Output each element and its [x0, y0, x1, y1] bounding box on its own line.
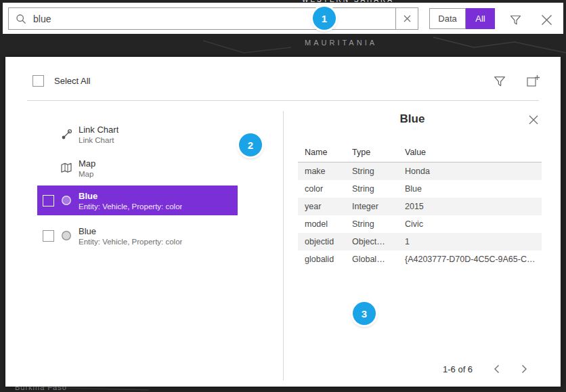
scope-all-button[interactable]: All: [466, 8, 495, 29]
cell-name: make: [305, 167, 352, 176]
table-row: globalid Global… {A4203777-D70D-4C5C-9A6…: [298, 251, 542, 268]
search-filter-button[interactable]: [508, 12, 523, 27]
list-detail-divider: [283, 111, 284, 380]
chevron-right-icon: [521, 364, 527, 374]
pagination-label: 1-6 of 6: [443, 364, 473, 374]
map-icon: [56, 162, 77, 174]
cell-value: {A4203777-D70D-4C5C-9A65-C…: [405, 255, 542, 264]
table-row: color String Blue: [298, 180, 542, 198]
cell-type: String: [352, 167, 405, 176]
result-item-link-chart[interactable]: Link Chart Link Chart: [37, 119, 238, 149]
search-box: [8, 7, 418, 30]
result-item-blue-selected[interactable]: Blue Entity: Vehicle, Property: color: [37, 186, 238, 215]
scope-data-button[interactable]: Data: [429, 8, 466, 29]
result-item-map[interactable]: Map Map: [37, 153, 238, 183]
select-all-checkbox[interactable]: [32, 75, 44, 87]
result-item-blue[interactable]: Blue Entity: Vehicle, Property: color: [37, 221, 238, 251]
table-row: make String Honda: [298, 162, 542, 180]
map-label-mauritania: MAURITANIA: [305, 39, 377, 47]
cell-name: color: [305, 184, 352, 194]
select-all-label: Select All: [54, 76, 90, 86]
cell-value: 2015: [405, 202, 542, 211]
result-title: Blue: [79, 226, 182, 236]
checkbox-slot: [37, 230, 56, 242]
search-input[interactable]: [33, 8, 395, 29]
page-next-button[interactable]: [515, 360, 533, 378]
result-subtitle: Link Chart: [79, 136, 118, 144]
result-checkbox[interactable]: [43, 230, 54, 242]
callout-badge-3: 3: [353, 302, 376, 325]
cell-value: Honda: [405, 167, 542, 176]
cell-name: year: [305, 202, 352, 211]
table-header-row: Name Type Value: [298, 142, 542, 162]
add-to-selection-button[interactable]: [524, 72, 542, 89]
column-header-name: Name: [305, 148, 352, 157]
filter-icon: [494, 75, 506, 87]
page-prev-button[interactable]: [487, 360, 505, 378]
clear-search-button[interactable]: [395, 8, 418, 29]
callout-badge-2: 2: [239, 133, 262, 156]
result-subtitle: Map: [79, 170, 95, 178]
detail-close-button[interactable]: [526, 112, 541, 127]
filter-icon: [510, 14, 521, 26]
table-row: model String Civic: [298, 215, 542, 233]
detail-title: Blue: [283, 112, 542, 126]
column-header-value: Value: [405, 148, 542, 157]
result-title: Blue: [79, 191, 182, 201]
cell-type: String: [352, 219, 405, 229]
property-table: Name Type Value make String Honda color …: [298, 142, 542, 268]
cell-name: globalid: [305, 255, 352, 264]
cell-type: Global…: [352, 255, 405, 264]
clear-icon: [404, 15, 411, 22]
result-subtitle: Entity: Vehicle, Property: color: [79, 238, 182, 246]
cell-value: Blue: [405, 184, 542, 194]
cell-type: Integer: [352, 202, 405, 211]
result-title: Link Chart: [79, 125, 118, 135]
search-scope-toggle: Data All: [429, 8, 495, 29]
result-subtitle: Entity: Vehicle, Property: color: [79, 202, 182, 211]
callout-badge-1: 1: [313, 7, 336, 30]
search-results-panel: Select All Link Chart Link Chart Map Map: [5, 57, 561, 387]
table-row: objectid Object… 1: [298, 233, 542, 251]
cell-type: String: [352, 184, 405, 194]
table-body: make String Honda color String Blue year…: [298, 162, 542, 268]
result-title: Map: [79, 158, 95, 169]
entity-node-icon: [56, 230, 77, 241]
header-divider: [27, 100, 539, 101]
results-filter-button[interactable]: [492, 73, 508, 89]
checkbox-slot: [37, 195, 56, 206]
close-icon: [541, 14, 552, 26]
cell-type: Object…: [352, 237, 405, 246]
cell-value: 1: [405, 237, 542, 246]
link-chart-icon: [56, 128, 77, 141]
search-close-button[interactable]: [539, 12, 554, 27]
result-checkbox[interactable]: [43, 195, 54, 206]
search-toolbar: Data All: [3, 3, 563, 34]
close-icon: [529, 115, 538, 125]
entity-node-icon: [56, 195, 77, 206]
column-header-type: Type: [352, 148, 405, 157]
cell-value: Civic: [405, 219, 542, 229]
add-selection-icon: [526, 74, 540, 88]
cell-name: objectid: [305, 237, 352, 246]
chevron-left-icon: [494, 364, 500, 374]
select-all-control[interactable]: Select All: [32, 75, 90, 87]
table-row: year Integer 2015: [298, 198, 542, 215]
search-icon: [9, 14, 33, 24]
cell-name: model: [305, 219, 352, 229]
